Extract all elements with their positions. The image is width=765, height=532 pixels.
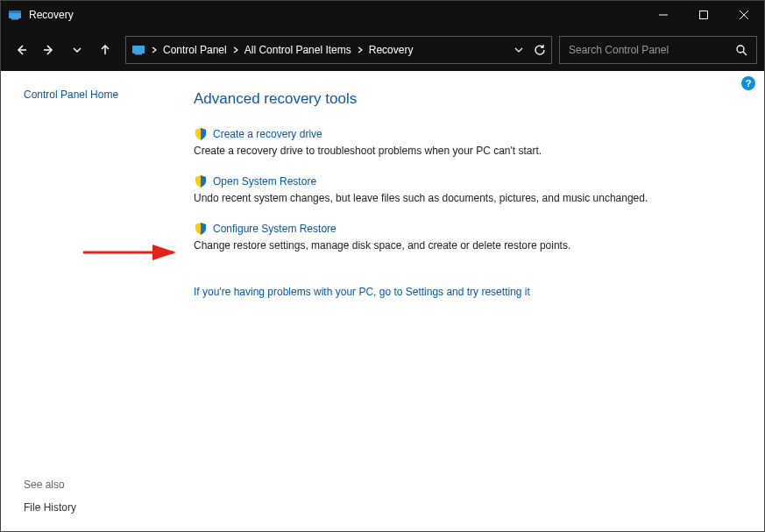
svg-rect-1 [9,11,21,13]
navbar: Control Panel All Control Panel Items Re… [1,29,764,71]
breadcrumb-all-items[interactable]: All Control Panel Items [244,44,351,56]
create-recovery-drive-link[interactable]: Create a recovery drive [213,128,322,140]
chevron-right-icon [151,46,158,53]
maximize-button[interactable] [684,1,724,29]
minimize-button[interactable] [643,1,684,29]
svg-rect-10 [132,46,145,53]
sidebar: Control Panel Home See also File History [1,71,176,531]
breadcrumb-control-panel[interactable]: Control Panel [163,44,227,56]
search-placeholder: Search Control Panel [569,44,735,56]
shield-icon [194,222,208,236]
configure-system-restore-link[interactable]: Configure System Restore [213,223,336,235]
shield-icon [194,174,208,188]
search-input[interactable]: Search Control Panel [559,36,757,64]
configure-system-restore-desc: Change restore settings, manage disk spa… [194,238,747,253]
titlebar: Recovery [1,1,764,29]
svg-rect-2 [11,18,18,20]
tool-open-system-restore: Open System Restore Undo recent system c… [194,174,747,206]
tool-create-recovery-drive: Create a recovery drive Create a recover… [194,127,747,159]
main-panel: Advanced recovery tools Create a recover… [176,71,764,531]
back-button[interactable] [8,37,34,63]
see-also-label: See also [24,479,176,491]
file-history-link[interactable]: File History [24,501,176,514]
refresh-button[interactable] [534,44,546,56]
svg-point-12 [737,46,744,53]
window-title: Recovery [29,9,643,21]
open-system-restore-link[interactable]: Open System Restore [213,175,316,188]
chevron-right-icon [232,46,239,53]
create-recovery-drive-desc: Create a recovery drive to troubleshoot … [194,144,747,159]
content-area: ? Control Panel Home See also File Histo… [1,71,764,531]
close-button[interactable] [724,1,764,29]
tool-configure-system-restore: Configure System Restore Change restore … [194,222,747,253]
forward-button[interactable] [36,37,62,63]
recent-locations-button[interactable] [64,37,90,63]
recovery-app-icon [8,8,22,22]
svg-line-13 [743,52,747,55]
control-panel-home-link[interactable]: Control Panel Home [24,89,176,101]
svg-rect-11 [135,53,142,55]
shield-icon [194,127,208,141]
chevron-right-icon [357,46,364,53]
address-bar[interactable]: Control Panel All Control Panel Items Re… [125,36,552,64]
up-button[interactable] [92,37,118,63]
address-dropdown-button[interactable] [514,46,523,54]
page-heading: Advanced recovery tools [194,90,747,108]
breadcrumb-recovery[interactable]: Recovery [369,44,414,56]
open-system-restore-desc: Undo recent system changes, but leave fi… [194,191,747,206]
search-icon [735,44,747,56]
reset-pc-link[interactable]: If you're having problems with your PC, … [194,286,530,298]
svg-rect-4 [700,11,708,19]
control-panel-icon [131,43,145,57]
